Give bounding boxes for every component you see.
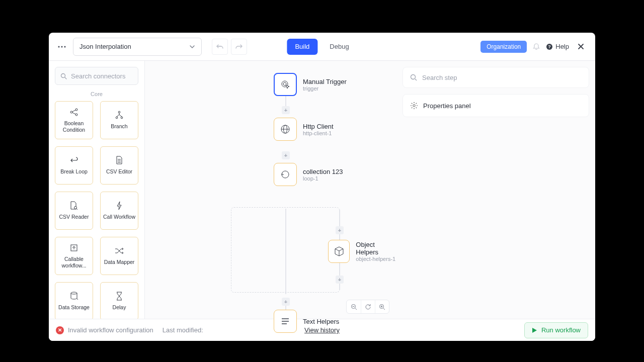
shuffle-icon bbox=[114, 246, 124, 256]
close-button[interactable] bbox=[573, 39, 588, 54]
connector-label: Callable workflow... bbox=[57, 256, 91, 269]
connector-delay[interactable]: Delay bbox=[100, 282, 138, 319]
run-label: Run workflow bbox=[541, 326, 581, 334]
connector-callable-workflow[interactable]: Callable workflow... bbox=[55, 237, 93, 275]
node-object-helpers[interactable]: Object Helpers object-helpers-1 bbox=[328, 240, 396, 263]
upload-icon bbox=[69, 243, 79, 253]
connector-label: Delay bbox=[113, 304, 126, 311]
tab-debug[interactable]: Debug bbox=[321, 39, 357, 55]
text-icon bbox=[280, 316, 290, 326]
connector-csv-reader[interactable]: CSV Reader bbox=[55, 192, 93, 230]
node-icon-box bbox=[274, 118, 297, 141]
node-http-client[interactable]: Http Client http-client-1 bbox=[274, 118, 334, 141]
search-icon bbox=[410, 74, 417, 81]
close-icon bbox=[578, 43, 584, 50]
connector-branch[interactable]: Branch bbox=[100, 101, 138, 139]
file-lines-icon bbox=[114, 155, 124, 165]
connector-data-mapper[interactable]: Data Mapper bbox=[100, 237, 138, 275]
connector-label: Data Storage bbox=[58, 304, 90, 311]
workflow-selector[interactable]: Json Interpolation bbox=[73, 38, 202, 56]
zoom-controls bbox=[346, 300, 389, 314]
node-labels: Http Client http-client-1 bbox=[303, 123, 334, 136]
node-title: Manual Trigger bbox=[303, 78, 347, 85]
loop-icon bbox=[280, 169, 291, 180]
undo-button[interactable] bbox=[212, 39, 228, 55]
gear-icon bbox=[410, 102, 418, 110]
tab-build[interactable]: Build bbox=[287, 39, 317, 55]
node-icon-box bbox=[274, 73, 297, 96]
connector-search[interactable]: Search connectors bbox=[55, 67, 138, 85]
add-step-button[interactable]: + bbox=[282, 151, 290, 159]
node-labels: collection 123 loop-1 bbox=[303, 168, 343, 182]
connector-label: Branch bbox=[111, 123, 127, 130]
add-step-button[interactable]: + bbox=[282, 106, 290, 114]
last-modified-label: Last modified: bbox=[163, 326, 203, 334]
bolt-icon bbox=[114, 201, 124, 211]
more-menu-button[interactable] bbox=[56, 39, 68, 54]
node-subtitle: object-helpers-1 bbox=[356, 256, 396, 262]
right-panel: Search step Properties panel bbox=[396, 61, 595, 319]
workflow-name: Json Interpolation bbox=[79, 43, 131, 50]
step-search[interactable]: Search step bbox=[403, 67, 589, 88]
node-title: collection 123 bbox=[303, 168, 343, 175]
connector-data-storage[interactable]: Data Storage bbox=[55, 282, 93, 319]
mode-tabs: Build Debug bbox=[287, 39, 357, 55]
svg-point-9 bbox=[118, 112, 120, 114]
topbar-right: Organization ? Help bbox=[480, 39, 588, 54]
connector-break-loop[interactable]: Break Loop bbox=[55, 146, 93, 185]
properties-panel[interactable]: Properties panel bbox=[403, 94, 589, 117]
node-icon-box bbox=[328, 240, 350, 263]
node-title: Text Helpers bbox=[303, 318, 339, 325]
help-button[interactable]: ? Help bbox=[546, 43, 569, 50]
zoom-in-button[interactable] bbox=[375, 300, 389, 313]
main-area: Search connectors Core Boolean Condition… bbox=[49, 61, 595, 319]
node-manual-trigger[interactable]: Manual Trigger trigger bbox=[274, 73, 347, 96]
redo-button[interactable] bbox=[231, 39, 247, 55]
add-step-button[interactable]: + bbox=[336, 276, 344, 284]
topbar: Json Interpolation Build Debug Organizat… bbox=[49, 33, 595, 61]
return-icon bbox=[69, 155, 79, 165]
svg-point-1 bbox=[61, 46, 62, 47]
connector-label: CSV Editor bbox=[106, 168, 132, 175]
svg-point-5 bbox=[61, 73, 65, 77]
node-title: Http Client bbox=[303, 123, 334, 130]
node-title: Object Helpers bbox=[356, 241, 396, 256]
connector-call-workflow[interactable]: Call Workflow bbox=[100, 192, 138, 230]
connector-grid: Boolean Condition Branch Break Loop CSV … bbox=[55, 101, 138, 319]
undo-icon bbox=[216, 43, 223, 50]
svg-point-8 bbox=[75, 114, 77, 116]
edge bbox=[339, 210, 340, 240]
organization-badge[interactable]: Organization bbox=[480, 41, 527, 53]
step-search-placeholder: Search step bbox=[422, 74, 457, 81]
notifications-button[interactable] bbox=[531, 39, 542, 54]
connector-label: Boolean Condition bbox=[57, 120, 91, 133]
workflow-canvas[interactable]: Manual Trigger trigger + Http Client htt… bbox=[145, 61, 396, 319]
svg-text:?: ? bbox=[548, 44, 551, 49]
bell-icon bbox=[533, 43, 540, 50]
add-step-button[interactable]: + bbox=[336, 226, 344, 234]
svg-point-12 bbox=[74, 207, 77, 209]
zoom-reset-button[interactable] bbox=[361, 300, 375, 313]
play-icon bbox=[532, 327, 537, 333]
help-label: Help bbox=[555, 43, 569, 50]
connector-search-placeholder: Search connectors bbox=[71, 72, 125, 80]
connector-boolean-condition[interactable]: Boolean Condition bbox=[55, 101, 93, 139]
connector-csv-editor[interactable]: CSV Editor bbox=[100, 146, 138, 185]
globe-icon bbox=[280, 124, 291, 135]
error-status[interactable]: ✕ Invalid workflow configuration bbox=[56, 326, 153, 334]
node-loop[interactable]: collection 123 loop-1 bbox=[274, 163, 343, 186]
svg-point-11 bbox=[121, 117, 123, 119]
connectors-sidebar: Search connectors Core Boolean Condition… bbox=[49, 61, 145, 319]
zoom-out-button[interactable] bbox=[347, 300, 361, 313]
help-icon: ? bbox=[546, 43, 553, 50]
run-workflow-button[interactable]: Run workflow bbox=[524, 322, 588, 338]
add-step-button[interactable]: + bbox=[282, 298, 290, 306]
file-search-icon bbox=[69, 201, 79, 211]
node-icon-box bbox=[274, 310, 297, 333]
node-icon-box bbox=[274, 163, 297, 186]
error-icon: ✕ bbox=[56, 326, 64, 334]
connector-label: Data Mapper bbox=[104, 259, 135, 265]
connector-label: Call Workflow bbox=[103, 214, 135, 220]
view-history-link[interactable]: View history bbox=[304, 326, 340, 334]
error-text: Invalid workflow configuration bbox=[68, 326, 153, 334]
